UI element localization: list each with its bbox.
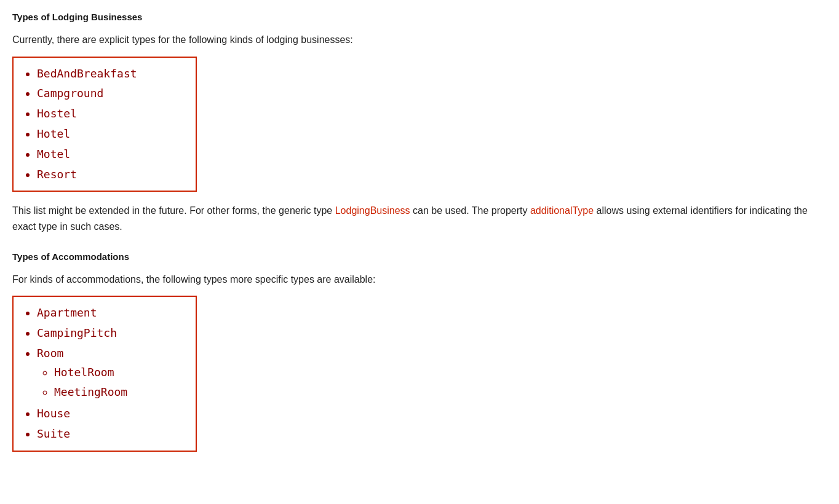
section-accommodations: Types of Accommodations For kinds of acc… bbox=[12, 250, 827, 463]
list-item: CampingPitch bbox=[37, 323, 183, 344]
list-item: Resort bbox=[37, 165, 183, 185]
lodging-extended-text: This list might be extended in the futur… bbox=[12, 203, 812, 234]
list-item: Apartment bbox=[37, 303, 183, 323]
additional-type-link[interactable]: additionalType bbox=[530, 205, 594, 216]
sub-list: HotelRoomMeetingRoom bbox=[37, 363, 183, 403]
list-item: Hostel bbox=[37, 104, 183, 124]
list-item: BedAndBreakfast bbox=[37, 64, 183, 84]
accommodations-intro: For kinds of accommodations, the followi… bbox=[12, 272, 827, 288]
accommodations-list: ApartmentCampingPitchRoomHotelRoomMeetin… bbox=[20, 303, 183, 444]
list-item: Suite bbox=[37, 424, 183, 444]
lodging-intro: Currently, there are explicit types for … bbox=[12, 32, 827, 48]
list-item: RoomHotelRoomMeetingRoom bbox=[37, 344, 183, 404]
list-item: Campground bbox=[37, 84, 183, 104]
accommodations-list-box: ApartmentCampingPitchRoomHotelRoomMeetin… bbox=[12, 296, 197, 452]
lodging-text-before: This list might be extended in the futur… bbox=[12, 205, 335, 216]
lodging-list: BedAndBreakfastCampgroundHostelHotelMote… bbox=[20, 64, 183, 185]
lodging-business-link[interactable]: LodgingBusiness bbox=[335, 205, 410, 216]
lodging-heading: Types of Lodging Businesses bbox=[12, 10, 827, 25]
list-item: MeetingRoom bbox=[54, 382, 183, 403]
accommodations-heading: Types of Accommodations bbox=[12, 250, 827, 264]
lodging-list-box: BedAndBreakfastCampgroundHostelHotelMote… bbox=[12, 57, 197, 192]
list-item: House bbox=[37, 404, 183, 424]
list-item: Hotel bbox=[37, 124, 183, 144]
list-item: Motel bbox=[37, 144, 183, 165]
list-item: HotelRoom bbox=[54, 363, 183, 383]
section-lodging: Types of Lodging Businesses Currently, t… bbox=[12, 10, 827, 235]
lodging-text-middle: can be used. The property bbox=[410, 205, 530, 216]
